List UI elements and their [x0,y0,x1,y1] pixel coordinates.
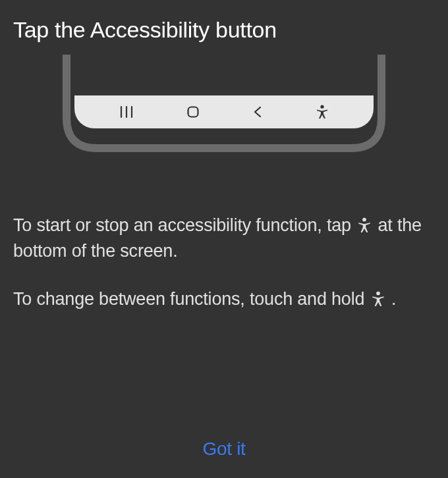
home-icon [186,105,200,119]
svg-point-5 [362,218,366,222]
instructions-block: To start or stop an accessibility functi… [0,173,448,312]
svg-point-4 [320,105,323,109]
back-icon [252,105,263,119]
page-title: Tap the Accessibility button [0,0,448,55]
instruction-text: To start or stop an accessibility functi… [13,215,356,235]
recents-icon [119,105,134,119]
accessibility-icon [316,105,329,119]
accessibility-icon [357,217,372,233]
got-it-button[interactable]: Got it [0,438,448,460]
instruction-text: . [387,289,397,309]
instruction-change-function: To change between functions, touch and h… [13,286,435,312]
instruction-text: To change between functions, touch and h… [13,289,370,309]
navbar-illustration [0,55,448,173]
instruction-start-stop: To start or stop an accessibility functi… [13,213,435,264]
svg-point-6 [376,292,380,296]
phone-navbar [74,95,374,128]
accessibility-icon [371,291,385,307]
svg-rect-3 [188,107,198,117]
